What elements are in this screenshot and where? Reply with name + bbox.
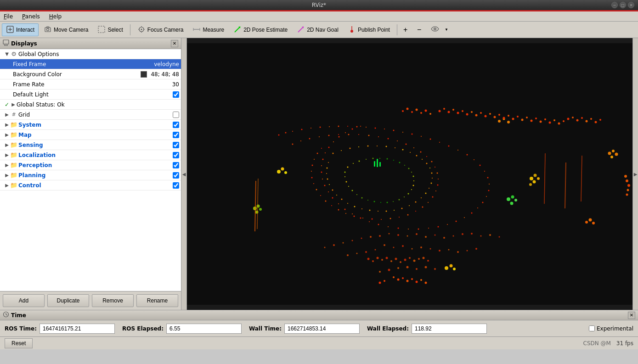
- close-button[interactable]: ✕: [628, 2, 634, 8]
- wall-time-input[interactable]: [284, 324, 360, 334]
- menu-help[interactable]: Help: [47, 13, 63, 20]
- plus-icon: +: [403, 26, 407, 34]
- svg-point-78: [332, 197, 333, 199]
- 2d-nav-button[interactable]: 2D Nav Goal: [293, 23, 343, 36]
- tree-global-status[interactable]: ✓ ▶ Global Status: Ok: [0, 100, 181, 110]
- svg-point-160: [401, 208, 403, 209]
- system-checkbox[interactable]: [173, 122, 179, 128]
- svg-point-344: [407, 280, 409, 282]
- svg-point-64: [456, 221, 457, 222]
- svg-point-214: [416, 233, 418, 235]
- select-icon: [97, 26, 106, 34]
- grid-expand-arrow[interactable]: ▶: [4, 112, 10, 117]
- perception-checkbox[interactable]: [173, 162, 179, 168]
- tree-grid[interactable]: ▶ # Grid: [0, 110, 181, 120]
- view-dropdown-button[interactable]: ▼: [443, 23, 450, 36]
- map-expand-arrow[interactable]: ▶: [4, 132, 10, 137]
- sensing-expand-arrow[interactable]: ▶: [4, 142, 10, 147]
- svg-point-48: [430, 139, 431, 140]
- window-controls[interactable]: ─ □ ✕: [611, 2, 634, 8]
- localization-checkbox[interactable]: [173, 152, 179, 158]
- perception-expand-arrow[interactable]: ▶: [4, 162, 10, 168]
- planning-expand-arrow[interactable]: ▶: [4, 173, 10, 178]
- svg-point-359: [514, 199, 517, 202]
- svg-point-263: [379, 271, 381, 273]
- sensing-checkbox[interactable]: [173, 142, 179, 148]
- ros-time-input[interactable]: [40, 324, 115, 334]
- svg-point-272: [537, 177, 540, 180]
- svg-point-254: [418, 258, 420, 260]
- tree-planning[interactable]: ▶ 📁 Planning: [0, 170, 181, 180]
- svg-point-122: [372, 218, 373, 220]
- svg-point-121: [381, 219, 382, 220]
- tree-background-color[interactable]: Background Color 48; 48; 48: [0, 69, 181, 79]
- svg-point-77: [338, 203, 339, 204]
- svg-point-148: [416, 155, 418, 157]
- expand-arrow[interactable]: ▼: [4, 51, 10, 56]
- publish-point-button[interactable]: Publish Point: [344, 23, 394, 36]
- svg-point-35: [311, 128, 311, 129]
- tree-perception[interactable]: ▶ 📁 Perception: [0, 160, 181, 170]
- select-button[interactable]: Select: [93, 23, 127, 36]
- svg-point-39: [347, 126, 348, 127]
- viewport[interactable]: [187, 38, 632, 310]
- wall-elapsed-input[interactable]: [412, 324, 487, 334]
- ros-elapsed-input[interactable]: [166, 324, 242, 334]
- zoom-in-button[interactable]: +: [400, 23, 413, 36]
- svg-point-260: [407, 266, 409, 269]
- system-expand-arrow[interactable]: ▶: [4, 122, 10, 127]
- move-camera-button[interactable]: Move Camera: [40, 23, 92, 36]
- rename-button[interactable]: Rename: [136, 294, 178, 307]
- svg-point-337: [416, 109, 418, 111]
- map-checkbox[interactable]: [173, 132, 179, 138]
- eye-icon: [431, 26, 439, 34]
- grid-checkbox[interactable]: [173, 112, 179, 118]
- focus-camera-button[interactable]: Focus Camera: [133, 23, 188, 36]
- menu-panels[interactable]: Panels: [20, 13, 42, 20]
- control-expand-arrow[interactable]: ▶: [4, 183, 10, 188]
- tree-global-options[interactable]: ▼ ⚙ Global Options: [0, 49, 181, 59]
- tree-system[interactable]: ▶ 📁 System: [0, 120, 181, 130]
- experimental-checkbox[interactable]: [589, 325, 595, 331]
- tree-localization[interactable]: ▶ 📁 Localization: [0, 150, 181, 160]
- menu-file[interactable]: File: [2, 13, 15, 20]
- svg-point-313: [553, 119, 555, 121]
- default-light-checkbox[interactable]: [173, 91, 179, 98]
- remove-button[interactable]: Remove: [92, 294, 134, 307]
- tree-fixed-frame[interactable]: Fixed Frame velodyne: [0, 59, 181, 69]
- maximize-button[interactable]: □: [620, 2, 626, 8]
- svg-point-131: [313, 183, 314, 184]
- svg-point-50: [448, 146, 450, 147]
- tree-control[interactable]: ▶ 📁 Control: [0, 180, 181, 190]
- menu-bar: File Panels Help: [0, 11, 638, 22]
- toolbar: Interact Move Camera Select Focus Camera…: [0, 22, 638, 38]
- interact-button[interactable]: Interact: [2, 23, 39, 36]
- displays-close-button[interactable]: ✕: [171, 40, 178, 47]
- 2d-pose-button[interactable]: 2D Pose Estimate: [229, 23, 292, 36]
- localization-expand-arrow[interactable]: ▶: [4, 152, 10, 157]
- measure-button[interactable]: Measure: [188, 23, 228, 36]
- status-expand-arrow[interactable]: ▶: [10, 102, 17, 107]
- fixed-frame-value: velodyne: [154, 61, 179, 67]
- control-checkbox[interactable]: [173, 182, 179, 189]
- time-panel-close-button[interactable]: ✕: [628, 312, 635, 319]
- eye-button[interactable]: [428, 23, 442, 36]
- svg-point-257: [423, 257, 425, 259]
- svg-point-59: [486, 196, 487, 197]
- duplicate-button[interactable]: Duplicate: [47, 294, 89, 307]
- svg-point-239: [430, 248, 431, 250]
- tree-map[interactable]: ▶ 📁 Map: [0, 130, 181, 140]
- svg-point-247: [386, 257, 388, 259]
- add-button[interactable]: Add: [3, 294, 45, 307]
- tree-sensing[interactable]: ▶ 📁 Sensing: [0, 140, 181, 150]
- right-collapse-button[interactable]: ▶: [632, 38, 638, 310]
- left-collapse-button[interactable]: ◀: [181, 38, 187, 310]
- tree-frame-rate[interactable]: Frame Rate 30: [0, 79, 181, 90]
- tree-default-light[interactable]: Default Light: [0, 90, 181, 100]
- planning-checkbox[interactable]: [173, 172, 179, 179]
- zoom-out-button[interactable]: −: [414, 23, 427, 36]
- svg-point-171: [329, 184, 330, 185]
- svg-point-298: [485, 115, 487, 118]
- reset-button[interactable]: Reset: [5, 338, 33, 348]
- minimize-button[interactable]: ─: [611, 2, 618, 8]
